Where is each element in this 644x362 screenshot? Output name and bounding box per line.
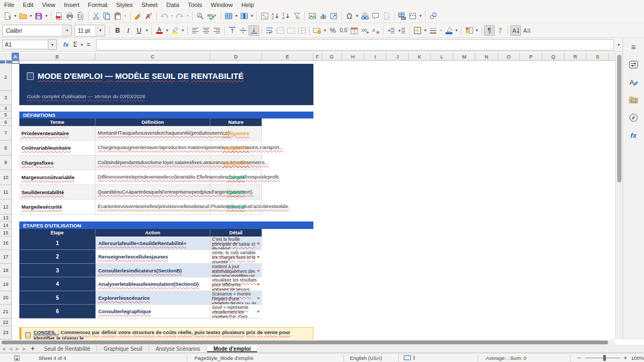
align-bottom-icon[interactable]	[248, 25, 259, 36]
print-area-icon[interactable]	[397, 11, 407, 21]
column-header-D[interactable]: D	[210, 53, 262, 60]
menu-insert[interactable]: Insert	[60, 1, 84, 9]
definition-row[interactable]: Marge sur coût variable Différence entre…	[19, 170, 262, 185]
step-number-cell[interactable]: 2	[19, 250, 96, 264]
step-row[interactable]: 5 Explorer les scénarios Scénarios » mon…	[19, 291, 262, 305]
step-action-cell[interactable]: Renseigner les cellules jaunes	[96, 250, 210, 264]
sum-icon[interactable]: Σ	[71, 41, 79, 48]
insert-chart-icon[interactable]	[318, 11, 328, 21]
dropdown-arrow[interactable]: ▾	[44, 13, 49, 18]
add-decimal-icon[interactable]: .00	[360, 25, 370, 36]
step-detail-cell[interactable]: Scénarios » montre l'impact d'une variat…	[210, 291, 262, 305]
row-header-10[interactable]: 10	[0, 170, 11, 185]
column-header-L[interactable]: L	[431, 53, 453, 60]
name-box[interactable]: A1	[2, 40, 48, 49]
nature-cell[interactable]: Obligatoire	[210, 156, 262, 169]
highlight-color-icon[interactable]	[170, 25, 180, 36]
dropdown-arrow[interactable]: ▾	[423, 28, 428, 33]
vertical-scrollbar[interactable]	[615, 53, 623, 339]
menu-data[interactable]: Data	[162, 1, 184, 9]
formula-input[interactable]	[96, 39, 614, 50]
step-number-cell[interactable]: 4	[19, 277, 96, 291]
border-style-icon[interactable]	[428, 25, 438, 36]
term-cell[interactable]: Marge sur coût variable	[19, 170, 96, 184]
print-preview-icon[interactable]	[75, 11, 86, 21]
step-row[interactable]: 3 Consulter les indicateurs (Section B) …	[19, 264, 262, 277]
conditional-formatting-icon[interactable]	[464, 25, 474, 36]
dropdown-arrow[interactable]: ▾	[355, 13, 360, 18]
sort-descending-icon[interactable]: ZA	[281, 11, 291, 21]
dropdown-arrow[interactable]: ▾	[474, 28, 479, 33]
function-wizard-icon[interactable]: fx	[61, 41, 71, 48]
increase-indent-icon[interactable]	[386, 25, 397, 36]
nature-cell[interactable]: Calculé	[210, 200, 262, 214]
insert-comment-icon[interactable]	[370, 11, 381, 21]
selection-mode-icon[interactable]	[404, 353, 411, 362]
step-detail-cell[interactable]: vente, le coût variable les charges fixe…	[210, 250, 262, 264]
step-number-cell[interactable]: 6	[19, 305, 96, 319]
dropdown-arrow[interactable]: ▾	[180, 28, 185, 33]
delete-decimal-icon[interactable]: .0	[370, 25, 381, 36]
definitions-section-bar[interactable]: DÉFINITIONS	[19, 112, 313, 119]
zoom-out-icon[interactable]: −	[577, 353, 581, 362]
show-draw-functions-icon[interactable]	[428, 11, 438, 21]
row-header-17[interactable]: 17	[0, 250, 11, 264]
background-color-icon[interactable]	[443, 25, 454, 36]
dropdown-arrow[interactable]: ▾	[454, 28, 459, 33]
menu-view[interactable]: View	[38, 1, 60, 9]
sort-ascending-icon[interactable]: AZ	[270, 11, 281, 21]
term-cell[interactable]: Seuil de rentabilité	[19, 185, 96, 199]
definition-cell[interactable]: Différence entre le prix de vente et le …	[96, 170, 210, 184]
column-header-J[interactable]: J	[386, 53, 409, 60]
name-box-dropdown[interactable]: ▾	[48, 39, 57, 50]
navigator-icon[interactable]	[627, 111, 640, 124]
sidebar-settings-icon[interactable]: ≡	[627, 40, 640, 53]
zoom-slider-thumb[interactable]	[603, 355, 606, 361]
add-sheet-icon[interactable]: +	[28, 345, 38, 352]
copy-icon[interactable]	[101, 11, 112, 21]
zoom-level-label[interactable]: 100%	[631, 353, 644, 362]
column-header-I[interactable]: I	[364, 53, 386, 60]
dropdown-arrow[interactable]: ▾	[79, 42, 84, 47]
merge-center-cells-icon[interactable]	[275, 25, 286, 36]
vertical-scrollbar-thumb[interactable]	[617, 55, 621, 182]
row-header-13[interactable]: 13	[0, 215, 11, 221]
percent-format-icon[interactable]: %	[327, 25, 338, 36]
dropdown-arrow[interactable]: ▾	[165, 28, 170, 33]
table-columns-icon[interactable]	[239, 11, 250, 21]
expand-formula-bar-icon[interactable]: ▾	[615, 38, 623, 52]
date-format-icon[interactable]: 7	[349, 25, 360, 36]
definition-row[interactable]: Prix de vente unitaire Montant HT auquel…	[19, 126, 262, 141]
horizontal-scrollbar-thumb[interactable]	[2, 341, 608, 344]
definition-row[interactable]: Charges fixes Coûts indépendants du volu…	[19, 156, 262, 170]
steps-table-header[interactable]: Étape Action Détail	[19, 229, 262, 237]
column-header-C[interactable]: C	[96, 53, 210, 60]
language-label[interactable]: English (USA)	[350, 353, 382, 362]
zoom-slider[interactable]	[585, 358, 620, 358]
row-header-3[interactable]: 3	[0, 91, 11, 105]
nature-cell[interactable]: Calculé	[210, 185, 262, 199]
step-action-cell[interactable]: Consulter les indicateurs (Section B)	[96, 264, 210, 277]
row-header-12[interactable]: 12	[0, 200, 11, 215]
step-action-cell[interactable]: Consulter le graphique	[96, 305, 210, 319]
number-format-icon[interactable]: 0.0	[338, 25, 349, 36]
step-action-cell[interactable]: Analyser le tableau de simulation (Secti…	[96, 277, 210, 291]
column-header-N[interactable]: N	[475, 53, 498, 60]
definition-row[interactable]: Marge de sécurité Écart entre vos ventes…	[19, 200, 262, 215]
aggregates-label[interactable]: Average: ; Sum: 0	[486, 353, 526, 362]
dropdown-arrow[interactable]: ▾	[144, 28, 149, 33]
nature-cell[interactable]: Obligatoire	[210, 126, 262, 140]
column-header-M[interactable]: M	[453, 53, 475, 60]
dropdown-arrow[interactable]: ▾	[438, 28, 443, 33]
row-header-15[interactable]: 15	[0, 229, 11, 237]
print-icon[interactable]	[64, 11, 75, 21]
column-header-H[interactable]: H	[342, 53, 364, 60]
menu-styles[interactable]: Styles	[112, 1, 137, 9]
dropdown-arrow[interactable]: ▾	[234, 13, 239, 18]
step-detail-cell[interactable]: mettent à jour automatiquement dès que v…	[210, 264, 262, 277]
column-header-Q[interactable]: Q	[543, 53, 565, 60]
row-header-23[interactable]: 23	[0, 326, 11, 339]
definition-cell[interactable]: Quantité ou CA à partir desquels l'entre…	[96, 185, 210, 199]
paste-icon[interactable]	[112, 11, 123, 21]
row-header-11[interactable]: 11	[0, 185, 11, 200]
